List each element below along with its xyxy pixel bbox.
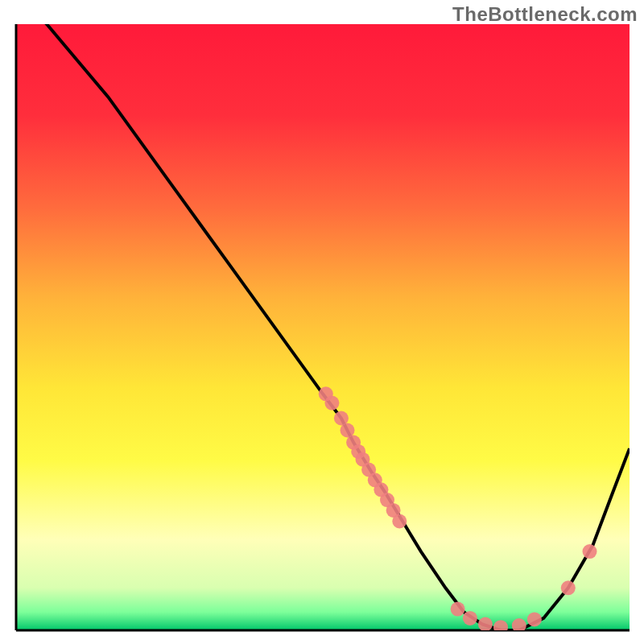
bottleneck-chart bbox=[0, 0, 644, 644]
data-point bbox=[463, 611, 477, 625]
data-point bbox=[478, 617, 493, 632]
plot-area bbox=[16, 24, 630, 630]
data-point bbox=[324, 396, 339, 411]
data-point bbox=[561, 580, 576, 595]
attribution-label: TheBottleneck.com bbox=[452, 3, 638, 26]
data-point bbox=[493, 620, 508, 634]
data-point bbox=[451, 602, 465, 617]
data-point bbox=[527, 612, 542, 626]
data-point bbox=[392, 514, 407, 529]
data-point bbox=[583, 544, 597, 559]
